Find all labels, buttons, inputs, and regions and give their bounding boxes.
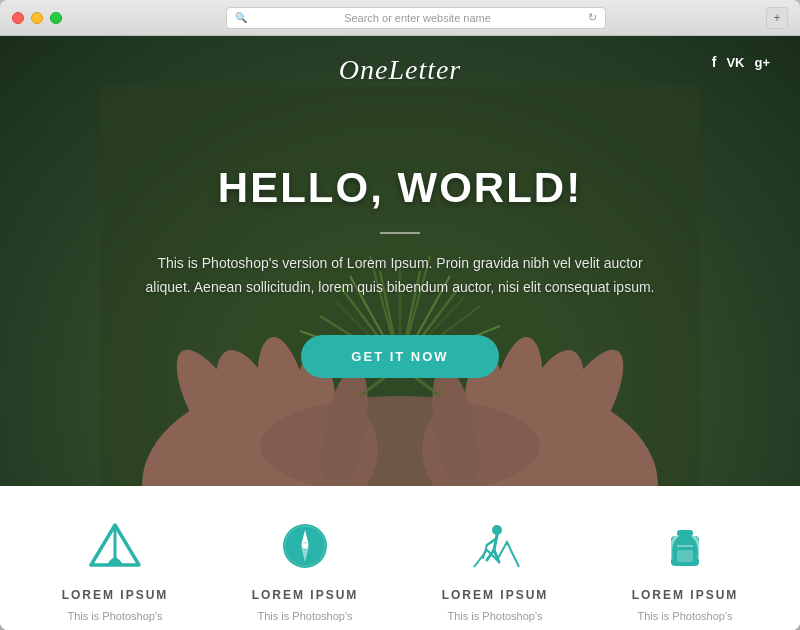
minimize-button[interactable] xyxy=(31,12,43,24)
close-button[interactable] xyxy=(12,12,24,24)
window-controls xyxy=(12,12,62,24)
hero-subtitle: This is Photoshop's version of Lorem Ips… xyxy=(140,252,660,300)
hero-divider xyxy=(380,232,420,234)
search-icon: 🔍 xyxy=(235,12,247,23)
features-section: LOREM IPSUM This is Photoshop's LOREM IP… xyxy=(0,486,800,630)
feature-item-4: LOREM IPSUM This is Photoshop's xyxy=(605,516,765,625)
page-content: OneLetter f VK g+ HELLO, WORLD! This is … xyxy=(0,36,800,630)
hiker-icon xyxy=(465,516,525,576)
address-text: Search or enter website name xyxy=(252,12,583,24)
svg-point-42 xyxy=(302,543,308,549)
feature-item-1: LOREM IPSUM This is Photoshop's xyxy=(35,516,195,625)
browser-window: 🔍 Search or enter website name ↻ + xyxy=(0,0,800,630)
feature-4-title: LOREM IPSUM xyxy=(605,588,765,602)
hero-heading: HELLO, WORLD! xyxy=(140,164,660,212)
svg-rect-50 xyxy=(677,530,693,538)
feature-4-desc: This is Photoshop's xyxy=(605,608,765,625)
feature-2-title: LOREM IPSUM xyxy=(225,588,385,602)
tent-icon xyxy=(85,516,145,576)
feature-item-3: LOREM IPSUM This is Photoshop's xyxy=(415,516,575,625)
feature-3-title: LOREM IPSUM xyxy=(415,588,575,602)
google-plus-link[interactable]: g+ xyxy=(754,55,770,70)
browser-titlebar: 🔍 Search or enter website name ↻ + xyxy=(0,0,800,36)
feature-1-desc: This is Photoshop's xyxy=(35,608,195,625)
feature-3-desc: This is Photoshop's xyxy=(415,608,575,625)
refresh-icon[interactable]: ↻ xyxy=(588,11,597,24)
facebook-link[interactable]: f xyxy=(712,54,717,70)
backpack-icon xyxy=(655,516,715,576)
hero-section: OneLetter f VK g+ HELLO, WORLD! This is … xyxy=(0,36,800,486)
vk-link[interactable]: VK xyxy=(726,55,744,70)
feature-item-2: LOREM IPSUM This is Photoshop's xyxy=(225,516,385,625)
feature-1-title: LOREM IPSUM xyxy=(35,588,195,602)
new-tab-button[interactable]: + xyxy=(766,7,788,29)
site-title: OneLetter xyxy=(339,54,462,86)
hero-nav: OneLetter f VK g+ xyxy=(0,36,800,104)
maximize-button[interactable] xyxy=(50,12,62,24)
address-bar[interactable]: 🔍 Search or enter website name ↻ xyxy=(226,7,606,29)
svg-rect-51 xyxy=(677,550,693,562)
hero-text-block: HELLO, WORLD! This is Photoshop's versio… xyxy=(60,164,740,378)
social-links: f VK g+ xyxy=(712,54,770,70)
feature-2-desc: This is Photoshop's xyxy=(225,608,385,625)
compass-icon xyxy=(275,516,335,576)
cta-button[interactable]: GET IT NOW xyxy=(301,335,498,378)
